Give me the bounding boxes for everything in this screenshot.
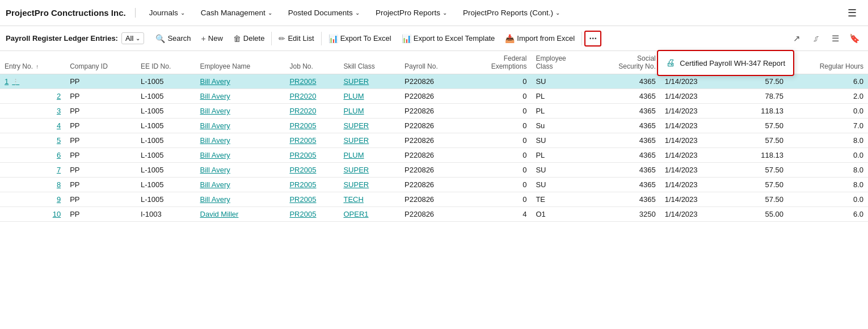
bookmark-button[interactable]: 🔖 bbox=[846, 31, 862, 47]
nav-item-projectpro-reports[interactable]: ProjectPro Reports ⌄ bbox=[368, 0, 455, 26]
chevron-down-icon: ⌄ bbox=[180, 10, 185, 16]
trash-icon: 🗑 bbox=[233, 34, 241, 43]
chevron-down-icon: ⌄ bbox=[268, 10, 272, 16]
print-icon: 🖨 bbox=[666, 58, 675, 68]
nav-item-projectpro-reports-cont[interactable]: ProjectPro Reports (Cont.) ⌄ bbox=[455, 0, 568, 26]
table-row[interactable]: 4PPL-1005Bill AveryPR2005SUPERP2208260Su… bbox=[0, 119, 868, 133]
more-icon: ··· bbox=[589, 33, 596, 44]
toolbar: Payroll Register Ledger Entries: All ⌄ 🔍… bbox=[0, 26, 868, 51]
import-excel-button[interactable]: 📥 Import from Excel bbox=[500, 32, 579, 45]
excel-template-icon: 📊 bbox=[402, 34, 411, 43]
edit-icon: ✏ bbox=[279, 34, 285, 43]
col-social-security-no[interactable]: SocialSecurity No. bbox=[591, 51, 660, 74]
toolbar-right-actions: ↗ ⎎ ☰ 🔖 bbox=[789, 31, 862, 47]
col-ee-id-no[interactable]: EE ID No. bbox=[136, 51, 196, 74]
export-excel-button[interactable]: 📊 Export To Excel bbox=[324, 32, 396, 45]
row-drag-handle[interactable]: ⋮ bbox=[11, 77, 20, 86]
col-employee-class[interactable]: EmployeeClass bbox=[531, 51, 591, 74]
col-entry-no[interactable]: Entry No. ↑ bbox=[0, 51, 65, 74]
search-button[interactable]: 🔍 Search bbox=[151, 32, 195, 45]
nav-item-cash-management[interactable]: Cash Management ⌄ bbox=[193, 0, 280, 26]
nav-label-journals: Journals bbox=[149, 9, 178, 17]
nav-label-cash-management: Cash Management bbox=[201, 9, 266, 17]
col-company-id[interactable]: Company ID bbox=[65, 51, 136, 74]
chevron-down-icon: ⌄ bbox=[443, 10, 447, 16]
export-excel-template-label: Export to Excel Template bbox=[414, 34, 495, 43]
search-label: Search bbox=[167, 34, 191, 43]
table-row[interactable]: 1⋮PPL-1005Bill AveryPR2005SUPERP2208260S… bbox=[0, 74, 868, 89]
table-row[interactable]: 5PPL-1005Bill AveryPR2005SUPERP2208260SU… bbox=[0, 133, 868, 148]
nav-item-posted-documents[interactable]: Posted Documents ⌄ bbox=[280, 0, 368, 26]
plus-icon: + bbox=[201, 34, 206, 43]
table-container: Entry No. ↑ Company ID EE ID No. Employe… bbox=[0, 51, 868, 222]
export-excel-label: Export To Excel bbox=[340, 34, 391, 43]
hamburger-menu-button[interactable]: ☰ bbox=[842, 3, 862, 23]
more-dropdown-menu: 🖨 Certified Payroll WH-347 Report bbox=[657, 50, 794, 76]
col-payroll-no[interactable]: Payroll No. bbox=[400, 51, 464, 74]
col-regular-hours[interactable]: Regular Hours bbox=[788, 51, 868, 74]
table-row[interactable]: 3PPL-1005Bill AveryPR2020PLUMP2208260PL4… bbox=[0, 104, 868, 119]
nav-label-posted-documents: Posted Documents bbox=[288, 9, 353, 17]
filter-button[interactable]: ⎎ bbox=[808, 31, 824, 47]
delete-label: Delete bbox=[243, 34, 265, 43]
delete-button[interactable]: 🗑 Delete bbox=[229, 32, 269, 45]
table-row[interactable]: 6PPL-1005Bill AveryPR2005PLUMP2208260PL4… bbox=[0, 148, 868, 163]
table-row[interactable]: 9PPL-1005Bill AveryPR2005TECHP2208260TE4… bbox=[0, 192, 868, 207]
filter-value: All bbox=[125, 34, 133, 43]
col-skill-class[interactable]: Skill Class bbox=[339, 51, 400, 74]
top-navigation: ProjectPro Conctructions Inc. Journals ⌄… bbox=[0, 0, 868, 26]
chevron-down-icon: ⌄ bbox=[555, 10, 560, 16]
separator bbox=[582, 32, 582, 45]
table-row[interactable]: 7PPL-1005Bill AveryPR2005SUPERP2208260SU… bbox=[0, 163, 868, 178]
share-button[interactable]: ↗ bbox=[789, 31, 804, 47]
filter-chevron-icon: ⌄ bbox=[136, 35, 140, 41]
separator bbox=[321, 32, 322, 45]
excel-icon: 📊 bbox=[328, 34, 338, 43]
more-button[interactable]: ··· bbox=[584, 31, 601, 47]
search-icon: 🔍 bbox=[155, 34, 165, 43]
col-federal-exemptions[interactable]: FederalExemptions bbox=[464, 51, 532, 74]
chevron-down-icon: ⌄ bbox=[355, 10, 360, 16]
column-settings-button[interactable]: ☰ bbox=[827, 31, 843, 47]
export-excel-template-button[interactable]: 📊 Export to Excel Template bbox=[397, 32, 500, 45]
import-icon: 📥 bbox=[505, 34, 515, 43]
page-title: Payroll Register Ledger Entries: bbox=[6, 34, 118, 43]
col-job-no[interactable]: Job No. bbox=[285, 51, 339, 74]
table-row[interactable]: 2PPL-1005Bill AveryPR2020PLUMP2208260PL4… bbox=[0, 89, 868, 104]
nav-item-journals[interactable]: Journals ⌄ bbox=[141, 0, 193, 26]
edit-list-label: Edit List bbox=[288, 34, 314, 43]
col-employee-name[interactable]: Employee Name bbox=[196, 51, 285, 74]
certified-payroll-menu-item[interactable]: 🖨 Certified Payroll WH-347 Report bbox=[658, 54, 793, 71]
company-name: ProjectPro Conctructions Inc. bbox=[6, 8, 136, 18]
edit-list-button[interactable]: ✏ Edit List bbox=[274, 32, 318, 45]
table-body: 1⋮PPL-1005Bill AveryPR2005SUPERP2208260S… bbox=[0, 74, 868, 222]
new-button[interactable]: + New bbox=[197, 32, 227, 45]
new-label: New bbox=[208, 34, 223, 43]
nav-label-projectpro-reports-cont: ProjectPro Reports (Cont.) bbox=[463, 9, 553, 17]
certified-payroll-label: Certified Payroll WH-347 Report bbox=[680, 59, 785, 68]
payroll-table: Entry No. ↑ Company ID EE ID No. Employe… bbox=[0, 51, 868, 222]
table-row[interactable]: 8PPL-1005Bill AveryPR2005SUPERP2208260SU… bbox=[0, 178, 868, 192]
import-excel-label: Import from Excel bbox=[517, 34, 575, 43]
filter-dropdown[interactable]: All ⌄ bbox=[121, 32, 144, 44]
nav-label-projectpro-reports: ProjectPro Reports bbox=[376, 9, 440, 17]
separator bbox=[271, 32, 272, 45]
table-row[interactable]: 10PPI-1003David MillerPR2005OPER1P220826… bbox=[0, 207, 868, 222]
